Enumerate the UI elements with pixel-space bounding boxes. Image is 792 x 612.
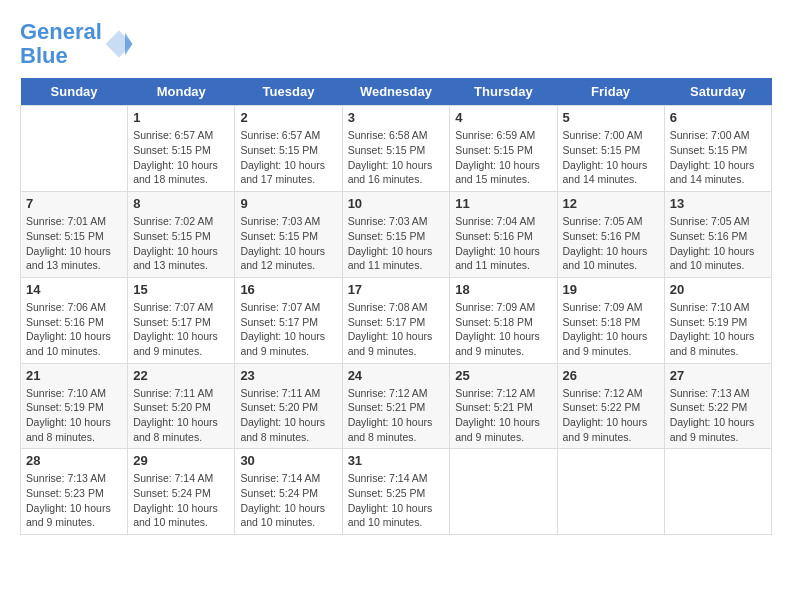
day-info: Sunrise: 7:12 AM Sunset: 5:21 PM Dayligh… (348, 386, 445, 445)
calendar-day-cell: 1Sunrise: 6:57 AM Sunset: 5:15 PM Daylig… (128, 106, 235, 192)
calendar-day-cell: 18Sunrise: 7:09 AM Sunset: 5:18 PM Dayli… (450, 277, 557, 363)
calendar-day-cell (450, 449, 557, 535)
calendar-day-cell: 5Sunrise: 7:00 AM Sunset: 5:15 PM Daylig… (557, 106, 664, 192)
day-number: 12 (563, 196, 659, 211)
day-info: Sunrise: 7:14 AM Sunset: 5:24 PM Dayligh… (133, 471, 229, 530)
calendar-day-cell: 25Sunrise: 7:12 AM Sunset: 5:21 PM Dayli… (450, 363, 557, 449)
day-of-week-header: Monday (128, 78, 235, 106)
day-info: Sunrise: 7:09 AM Sunset: 5:18 PM Dayligh… (563, 300, 659, 359)
calendar-day-cell: 9Sunrise: 7:03 AM Sunset: 5:15 PM Daylig… (235, 192, 342, 278)
day-info: Sunrise: 7:07 AM Sunset: 5:17 PM Dayligh… (240, 300, 336, 359)
day-info: Sunrise: 7:12 AM Sunset: 5:22 PM Dayligh… (563, 386, 659, 445)
day-number: 14 (26, 282, 122, 297)
day-number: 5 (563, 110, 659, 125)
day-info: Sunrise: 7:03 AM Sunset: 5:15 PM Dayligh… (240, 214, 336, 273)
day-info: Sunrise: 7:11 AM Sunset: 5:20 PM Dayligh… (133, 386, 229, 445)
day-info: Sunrise: 7:01 AM Sunset: 5:15 PM Dayligh… (26, 214, 122, 273)
calendar-day-cell: 30Sunrise: 7:14 AM Sunset: 5:24 PM Dayli… (235, 449, 342, 535)
day-number: 4 (455, 110, 551, 125)
logo-icon (104, 29, 134, 59)
calendar-week-row: 1Sunrise: 6:57 AM Sunset: 5:15 PM Daylig… (21, 106, 772, 192)
day-info: Sunrise: 7:03 AM Sunset: 5:15 PM Dayligh… (348, 214, 445, 273)
day-info: Sunrise: 6:58 AM Sunset: 5:15 PM Dayligh… (348, 128, 445, 187)
day-number: 30 (240, 453, 336, 468)
day-of-week-header: Wednesday (342, 78, 450, 106)
calendar-day-cell: 29Sunrise: 7:14 AM Sunset: 5:24 PM Dayli… (128, 449, 235, 535)
calendar-day-cell: 15Sunrise: 7:07 AM Sunset: 5:17 PM Dayli… (128, 277, 235, 363)
day-number: 21 (26, 368, 122, 383)
calendar-day-cell: 26Sunrise: 7:12 AM Sunset: 5:22 PM Dayli… (557, 363, 664, 449)
calendar-day-cell: 13Sunrise: 7:05 AM Sunset: 5:16 PM Dayli… (664, 192, 771, 278)
day-number: 28 (26, 453, 122, 468)
logo: GeneralBlue (20, 20, 134, 68)
calendar-day-cell: 3Sunrise: 6:58 AM Sunset: 5:15 PM Daylig… (342, 106, 450, 192)
day-info: Sunrise: 7:04 AM Sunset: 5:16 PM Dayligh… (455, 214, 551, 273)
day-number: 26 (563, 368, 659, 383)
calendar-day-cell: 12Sunrise: 7:05 AM Sunset: 5:16 PM Dayli… (557, 192, 664, 278)
day-of-week-header: Tuesday (235, 78, 342, 106)
day-number: 2 (240, 110, 336, 125)
day-number: 1 (133, 110, 229, 125)
day-info: Sunrise: 7:14 AM Sunset: 5:25 PM Dayligh… (348, 471, 445, 530)
day-number: 20 (670, 282, 766, 297)
calendar-day-cell: 16Sunrise: 7:07 AM Sunset: 5:17 PM Dayli… (235, 277, 342, 363)
day-of-week-header: Sunday (21, 78, 128, 106)
calendar-week-row: 7Sunrise: 7:01 AM Sunset: 5:15 PM Daylig… (21, 192, 772, 278)
day-info: Sunrise: 6:57 AM Sunset: 5:15 PM Dayligh… (240, 128, 336, 187)
day-number: 24 (348, 368, 445, 383)
calendar-day-cell (21, 106, 128, 192)
day-number: 23 (240, 368, 336, 383)
day-number: 18 (455, 282, 551, 297)
day-number: 9 (240, 196, 336, 211)
page-header: GeneralBlue (20, 20, 772, 68)
day-of-week-header: Thursday (450, 78, 557, 106)
day-info: Sunrise: 7:11 AM Sunset: 5:20 PM Dayligh… (240, 386, 336, 445)
calendar-week-row: 28Sunrise: 7:13 AM Sunset: 5:23 PM Dayli… (21, 449, 772, 535)
day-info: Sunrise: 7:13 AM Sunset: 5:22 PM Dayligh… (670, 386, 766, 445)
day-number: 7 (26, 196, 122, 211)
calendar-day-cell: 22Sunrise: 7:11 AM Sunset: 5:20 PM Dayli… (128, 363, 235, 449)
day-number: 13 (670, 196, 766, 211)
calendar-day-cell: 6Sunrise: 7:00 AM Sunset: 5:15 PM Daylig… (664, 106, 771, 192)
day-number: 22 (133, 368, 229, 383)
calendar-day-cell (557, 449, 664, 535)
day-of-week-header: Friday (557, 78, 664, 106)
calendar-day-cell: 28Sunrise: 7:13 AM Sunset: 5:23 PM Dayli… (21, 449, 128, 535)
calendar-day-cell: 31Sunrise: 7:14 AM Sunset: 5:25 PM Dayli… (342, 449, 450, 535)
calendar-day-cell: 19Sunrise: 7:09 AM Sunset: 5:18 PM Dayli… (557, 277, 664, 363)
calendar-header-row: SundayMondayTuesdayWednesdayThursdayFrid… (21, 78, 772, 106)
day-info: Sunrise: 7:08 AM Sunset: 5:17 PM Dayligh… (348, 300, 445, 359)
day-info: Sunrise: 7:00 AM Sunset: 5:15 PM Dayligh… (670, 128, 766, 187)
calendar-day-cell: 4Sunrise: 6:59 AM Sunset: 5:15 PM Daylig… (450, 106, 557, 192)
day-info: Sunrise: 7:05 AM Sunset: 5:16 PM Dayligh… (563, 214, 659, 273)
calendar-day-cell: 21Sunrise: 7:10 AM Sunset: 5:19 PM Dayli… (21, 363, 128, 449)
day-number: 16 (240, 282, 336, 297)
day-info: Sunrise: 7:10 AM Sunset: 5:19 PM Dayligh… (26, 386, 122, 445)
day-number: 8 (133, 196, 229, 211)
calendar-day-cell (664, 449, 771, 535)
day-info: Sunrise: 7:06 AM Sunset: 5:16 PM Dayligh… (26, 300, 122, 359)
calendar-day-cell: 10Sunrise: 7:03 AM Sunset: 5:15 PM Dayli… (342, 192, 450, 278)
day-info: Sunrise: 7:00 AM Sunset: 5:15 PM Dayligh… (563, 128, 659, 187)
calendar-day-cell: 20Sunrise: 7:10 AM Sunset: 5:19 PM Dayli… (664, 277, 771, 363)
calendar-day-cell: 7Sunrise: 7:01 AM Sunset: 5:15 PM Daylig… (21, 192, 128, 278)
day-info: Sunrise: 7:02 AM Sunset: 5:15 PM Dayligh… (133, 214, 229, 273)
calendar-table: SundayMondayTuesdayWednesdayThursdayFrid… (20, 78, 772, 535)
day-info: Sunrise: 7:07 AM Sunset: 5:17 PM Dayligh… (133, 300, 229, 359)
day-number: 11 (455, 196, 551, 211)
calendar-day-cell: 23Sunrise: 7:11 AM Sunset: 5:20 PM Dayli… (235, 363, 342, 449)
day-info: Sunrise: 7:14 AM Sunset: 5:24 PM Dayligh… (240, 471, 336, 530)
svg-marker-1 (125, 33, 133, 56)
day-number: 17 (348, 282, 445, 297)
day-number: 15 (133, 282, 229, 297)
calendar-day-cell: 24Sunrise: 7:12 AM Sunset: 5:21 PM Dayli… (342, 363, 450, 449)
calendar-day-cell: 11Sunrise: 7:04 AM Sunset: 5:16 PM Dayli… (450, 192, 557, 278)
calendar-week-row: 14Sunrise: 7:06 AM Sunset: 5:16 PM Dayli… (21, 277, 772, 363)
day-number: 31 (348, 453, 445, 468)
day-of-week-header: Saturday (664, 78, 771, 106)
day-info: Sunrise: 7:09 AM Sunset: 5:18 PM Dayligh… (455, 300, 551, 359)
day-info: Sunrise: 7:10 AM Sunset: 5:19 PM Dayligh… (670, 300, 766, 359)
calendar-day-cell: 27Sunrise: 7:13 AM Sunset: 5:22 PM Dayli… (664, 363, 771, 449)
day-number: 10 (348, 196, 445, 211)
day-number: 19 (563, 282, 659, 297)
